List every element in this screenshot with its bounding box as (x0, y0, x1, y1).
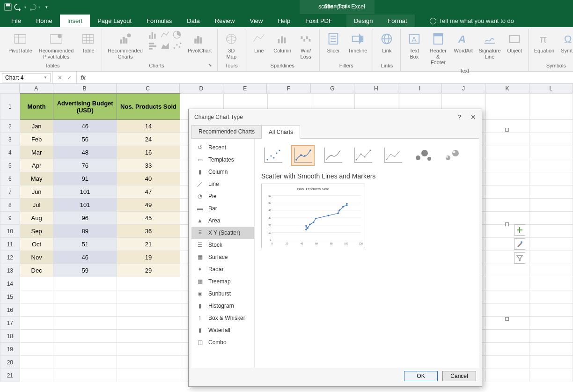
symbol-button[interactable]: ΩSymbol (559, 30, 573, 55)
dialog-titlebar[interactable]: Change Chart Type ? ✕ (189, 109, 482, 125)
tab-design[interactable]: Design (346, 15, 380, 27)
spark-winloss-button[interactable]: Win/ Loss (296, 30, 316, 60)
column-header[interactable]: G (311, 84, 354, 93)
signature-button[interactable]: Signature Line (477, 30, 502, 60)
timeline-button[interactable]: Timeline (346, 30, 369, 55)
column-header[interactable]: L (529, 84, 573, 93)
help-icon[interactable]: ? (457, 113, 461, 121)
tab-review[interactable]: Review (207, 15, 242, 27)
object-button[interactable]: Object (505, 30, 524, 55)
pie-chart-icon[interactable] (172, 30, 183, 39)
chart-filter-button[interactable] (514, 252, 525, 264)
chevron-down-icon[interactable]: ▼ (44, 75, 47, 80)
bubble-3d-subtype[interactable] (441, 145, 464, 166)
category-sunburst[interactable]: ◉Sunburst (191, 288, 254, 300)
scatter-chart-icon[interactable] (172, 41, 183, 51)
column-header[interactable]: F (267, 84, 310, 93)
tab-page-layout[interactable]: Page Layout (90, 15, 139, 27)
qat-customize-icon[interactable]: ▾ (42, 3, 51, 11)
equation-button[interactable]: πEquation (532, 30, 556, 55)
category-box-whisker[interactable]: ⫿Box & Whisker (191, 312, 254, 324)
undo-icon[interactable] (14, 3, 22, 11)
column-header[interactable]: D (180, 84, 223, 93)
selection-handle[interactable] (505, 222, 509, 226)
category-x-y-scatter-[interactable]: ⠿X Y (Scatter) (191, 227, 254, 239)
tab-home[interactable]: Home (29, 15, 60, 27)
tab-foxit[interactable]: Foxit PDF (298, 15, 340, 27)
slicer-button[interactable]: Slicer (323, 30, 343, 55)
column-header[interactable]: K (485, 84, 529, 93)
column-header[interactable]: A (20, 84, 53, 93)
fx-icon[interactable]: fx (77, 74, 89, 81)
scatter-straight-markers-subtype[interactable] (351, 145, 375, 166)
category-column[interactable]: ▮Column (191, 166, 254, 178)
scatter-smooth-markers-subtype[interactable] (291, 145, 315, 166)
chart-add-element-button[interactable] (514, 224, 525, 236)
cancel-formula-icon[interactable]: ✕ (58, 74, 62, 81)
tab-insert[interactable]: Insert (60, 15, 90, 27)
tab-view[interactable]: View (242, 15, 270, 27)
recommended-pivot-button[interactable]: Recommended PivotTables (37, 30, 76, 60)
bar-chart-icon[interactable] (147, 41, 159, 51)
tab-recommended-charts[interactable]: Recommended Charts (191, 125, 262, 138)
column-header[interactable]: C (117, 84, 180, 93)
spark-line-button[interactable]: Line (249, 30, 269, 55)
scatter-smooth-subtype[interactable] (321, 145, 345, 166)
selection-handle[interactable] (505, 317, 509, 321)
chart-type-gallery[interactable] (147, 30, 183, 52)
tab-all-charts[interactable]: All Charts (262, 126, 300, 139)
ok-button[interactable]: OK (404, 371, 438, 381)
category-line[interactable]: ／Line (191, 178, 254, 190)
category-treemap[interactable]: ▦Treemap (191, 275, 254, 288)
bubble-subtype[interactable] (411, 145, 434, 166)
save-icon[interactable] (4, 3, 12, 11)
column-header[interactable]: J (442, 84, 485, 93)
column-header[interactable]: I (398, 84, 442, 93)
name-box[interactable]: Chart 4▼ (2, 73, 51, 82)
category-stock[interactable]: ☰Stock (191, 239, 254, 251)
tab-data[interactable]: Data (179, 15, 207, 27)
redo-icon[interactable] (28, 3, 37, 11)
pivottable-button[interactable]: PivotTable (7, 30, 34, 55)
category-combo[interactable]: ◫Combo (191, 336, 254, 348)
dialog-launcher-icon[interactable]: ⬊ (207, 61, 213, 70)
column-header[interactable]: E (223, 84, 267, 93)
category-waterfall[interactable]: ▮Waterfall (191, 324, 254, 336)
header-footer-button[interactable]: Header & Footer (426, 30, 449, 67)
spark-column-button[interactable]: Column (272, 30, 293, 55)
pivotchart-button[interactable]: PivotChart (186, 30, 213, 55)
category-recent[interactable]: ↺Recent (191, 141, 254, 154)
tab-file[interactable]: File (4, 15, 29, 27)
tell-me-search[interactable]: Tell me what you want to do (424, 15, 520, 27)
category-bar[interactable]: ▬Bar (191, 202, 254, 214)
recommended-charts-button[interactable]: Recommended Charts (106, 30, 145, 60)
selection-handle[interactable] (505, 128, 509, 132)
chart-preview[interactable]: Nos. Products Sold 010203040506002040608… (261, 184, 365, 248)
category-histogram[interactable]: ▮Histogram (191, 300, 254, 312)
select-all-button[interactable] (0, 84, 20, 93)
area-chart-icon[interactable] (160, 41, 171, 51)
category-area[interactable]: ▲Area (191, 214, 254, 227)
chart-style-button[interactable] (514, 238, 525, 250)
line-chart-icon[interactable] (160, 30, 171, 39)
link-button[interactable]: Link (377, 30, 397, 55)
wordart-button[interactable]: AWordArt (452, 30, 474, 55)
cancel-button[interactable]: Cancel (442, 371, 476, 381)
column-chart-icon[interactable] (147, 30, 159, 39)
scatter-straight-subtype[interactable] (381, 145, 404, 166)
column-header[interactable]: B (53, 84, 117, 93)
table-button[interactable]: Table (78, 30, 98, 55)
category-templates[interactable]: ▭Templates (191, 154, 254, 166)
3dmap-button[interactable]: 3D Map (221, 30, 241, 60)
category-radar[interactable]: ✦Radar (191, 263, 254, 275)
scatter-markers-subtype[interactable] (261, 145, 285, 166)
category-pie[interactable]: ◔Pie (191, 190, 254, 202)
accept-formula-icon[interactable]: ✓ (67, 74, 72, 81)
category-surface[interactable]: ▦Surface (191, 251, 254, 263)
close-icon[interactable]: ✕ (470, 113, 476, 121)
tab-help[interactable]: Help (270, 15, 298, 27)
column-header[interactable]: H (354, 84, 398, 93)
textbox-button[interactable]: AText Box (404, 30, 424, 60)
tab-format[interactable]: Format (380, 15, 414, 27)
tab-formulas[interactable]: Formulas (139, 15, 179, 27)
